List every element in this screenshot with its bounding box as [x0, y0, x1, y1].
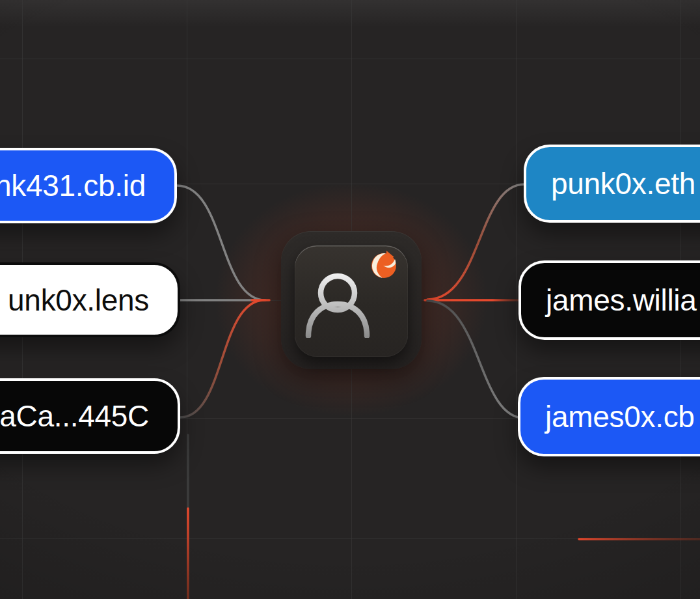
- identity-label: aCa...445C: [0, 398, 149, 434]
- graph-canvas[interactable]: nk431.cb.id unk0x.lens aCa...445C punk0x…: [0, 0, 700, 599]
- person-icon: [304, 273, 371, 338]
- identity-node-left-bottom[interactable]: aCa...445C: [0, 378, 180, 454]
- identity-node-right-middle[interactable]: james.willia: [518, 260, 700, 340]
- identity-node-right-bottom[interactable]: james0x.cb: [518, 377, 700, 456]
- identity-label: james.willia: [546, 283, 697, 318]
- identity-label: punk0x.eth: [551, 166, 695, 201]
- identity-node-left-top[interactable]: nk431.cb.id: [0, 148, 177, 223]
- firefly-fox-icon: [370, 251, 398, 279]
- center-profile-node[interactable]: [281, 231, 422, 369]
- identity-label: nk431.cb.id: [0, 168, 146, 203]
- identity-label: unk0x.lens: [8, 283, 149, 318]
- identity-node-right-top[interactable]: punk0x.eth: [524, 145, 700, 223]
- identity-node-left-middle[interactable]: unk0x.lens: [0, 262, 180, 337]
- identity-label: james0x.cb: [545, 399, 695, 434]
